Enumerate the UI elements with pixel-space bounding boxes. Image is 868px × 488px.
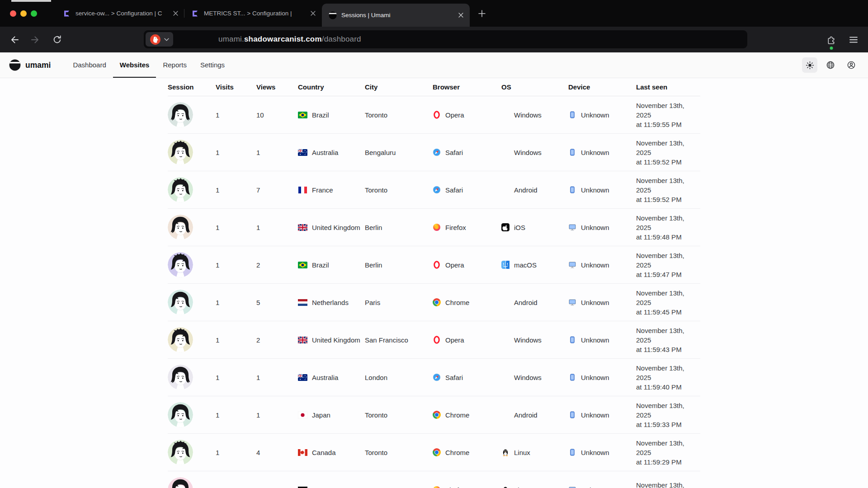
globe-icon [826, 61, 835, 70]
device-label: Unknown [581, 336, 609, 344]
session-avatar[interactable] [168, 177, 193, 202]
city-value: Toronto [365, 449, 433, 456]
session-avatar[interactable] [168, 102, 193, 127]
flag-br-icon [298, 262, 307, 268]
visits-value: 1 [216, 224, 256, 231]
flag-gb-icon [298, 337, 307, 343]
country-label: United Kingdom [312, 336, 360, 344]
linux-icon [501, 486, 509, 488]
forward-button[interactable] [31, 35, 41, 45]
nav-item-settings[interactable]: Settings [193, 52, 231, 78]
safari-icon [433, 186, 441, 194]
menu-icon[interactable] [848, 34, 859, 45]
nav-item-reports[interactable]: Reports [156, 52, 193, 78]
session-row[interactable]: 12United KingdomSan FranciscoOperaWindow… [168, 321, 700, 359]
device-label: Unknown [581, 149, 609, 156]
session-row[interactable]: 17FranceTorontoSafariAndroidUnknownNovem… [168, 171, 700, 209]
browser-label: Opera [445, 336, 464, 344]
session-row[interactable]: 11AustraliaBengaluruSafariWindowsUnknown… [168, 134, 700, 171]
search-engine-badge[interactable] [146, 32, 173, 47]
profile-button[interactable] [844, 57, 859, 73]
tab-close-icon[interactable] [309, 9, 317, 18]
browser-tabbar: service-ow... > Configuration | CMETRICS… [0, 0, 868, 27]
last-seen-time: at 11:59:47 PM [636, 270, 700, 279]
reload-icon[interactable] [52, 35, 62, 44]
last-seen-value: November 13th, 2025at 11:59:47 PM [636, 251, 700, 279]
views-value: 1 [256, 411, 298, 419]
session-avatar[interactable] [168, 290, 193, 315]
tab-close-icon[interactable] [457, 11, 465, 19]
browser-tab[interactable]: Sessions | Umami [322, 4, 470, 27]
umami-brand[interactable]: umami [9, 52, 51, 78]
last-seen-date: November 13th, 2025 [636, 213, 700, 232]
session-row[interactable]: 14CanadaTorontoChromeLinuxUnknownNovembe… [168, 434, 700, 471]
session-avatar[interactable] [168, 215, 193, 240]
background-window-edge [11, 0, 51, 2]
nav-item-dashboard[interactable]: Dashboard [66, 52, 113, 78]
nav-item-websites[interactable]: Websites [113, 52, 156, 78]
country-label: Australia [312, 374, 338, 381]
session-row[interactable]: 11JapanTorontoChromeAndroidUnknownNovemb… [168, 396, 700, 434]
browser-label: Opera [445, 111, 464, 119]
last-seen-date: November 13th, 2025 [636, 401, 700, 420]
session-avatar[interactable] [168, 477, 193, 488]
table-header-row: SessionVisitsViewsCountryCityBrowserOSDe… [168, 78, 700, 96]
language-button[interactable] [823, 57, 838, 73]
last-seen-date: November 13th, 2025 [636, 326, 700, 345]
flag-br-icon [298, 112, 307, 118]
umami-logo-icon [9, 59, 21, 71]
extensions-button[interactable] [826, 34, 836, 45]
session-avatar[interactable] [168, 365, 193, 390]
flag-fr-icon [298, 187, 307, 193]
puzzle-icon [826, 34, 836, 45]
session-row[interactable]: 15NetherlandsParisChromeAndroidUnknownNo… [168, 284, 700, 321]
browser-tab[interactable]: service-ow... > Configuration | C [56, 0, 184, 27]
views-value: 1 [256, 224, 298, 231]
last-seen-value: November 13th, 2025at 11:59:48 PM [636, 213, 700, 242]
last-seen-time: at 11:59:52 PM [636, 195, 700, 204]
firefox-icon [433, 223, 441, 231]
last-seen-time: at 11:59:29 PM [636, 457, 700, 467]
column-header-os: OS [501, 83, 568, 91]
views-value: 2 [256, 261, 298, 269]
sessions-table-section: SessionVisitsViewsCountryCityBrowserOSDe… [168, 78, 700, 488]
browser-tab[interactable]: METRICS ST... > Configuration | [184, 0, 322, 27]
last-seen-time: at 11:59:40 PM [636, 382, 700, 392]
session-avatar[interactable] [168, 252, 193, 277]
back-button[interactable] [9, 35, 19, 45]
os-label: Android [514, 186, 538, 194]
tab-close-icon[interactable] [171, 9, 180, 18]
country-label: Australia [312, 149, 338, 156]
device-label: Unknown [581, 261, 609, 269]
os-label: iOS [514, 224, 525, 231]
plus-icon [478, 9, 486, 18]
visits-value: 1 [216, 336, 256, 344]
session-row[interactable]: 110BrazilTorontoOperaWindowsUnknownNovem… [168, 96, 700, 134]
views-value: 4 [256, 449, 298, 456]
column-header-city: City [365, 83, 433, 91]
city-value: San Francisco [365, 336, 433, 344]
window-minimize-button[interactable] [20, 10, 27, 17]
session-avatar[interactable] [168, 327, 193, 352]
last-seen-value: November 13th, 2025 [636, 480, 700, 488]
session-avatar[interactable] [168, 402, 193, 427]
session-row[interactable]: 11AustraliaLondonSafariWindowsUnknownNov… [168, 359, 700, 396]
session-row[interactable]: 11United KingdomBerlinFirefoxiOSUnknownN… [168, 209, 700, 246]
url-text: umami.shadowarcanist.com/dashboard [218, 35, 361, 44]
session-avatar[interactable] [168, 440, 193, 465]
window-close-button[interactable] [10, 10, 16, 17]
last-seen-value: November 13th, 2025at 11:59:52 PM [636, 138, 700, 167]
last-seen-value: November 13th, 2025at 11:59:43 PM [636, 326, 700, 354]
session-row[interactable]: 12BrazilBerlinOperamacOSUnknownNovember … [168, 246, 700, 284]
opera-icon [433, 336, 441, 344]
new-tab-button[interactable] [472, 6, 491, 21]
tab-title: service-ow... > Configuration | C [75, 10, 167, 17]
flag-au-icon [298, 149, 307, 156]
window-zoom-button[interactable] [31, 10, 37, 17]
session-avatar[interactable] [168, 140, 193, 165]
address-bar[interactable]: umami.shadowarcanist.com/dashboard [144, 30, 747, 48]
theme-toggle-button[interactable] [802, 57, 817, 73]
safari-icon [433, 148, 441, 156]
country-label: Japan [312, 411, 330, 419]
session-row[interactable]: 12GermanyTorontoFirefoxLinuxUnknownNovem… [168, 471, 700, 488]
